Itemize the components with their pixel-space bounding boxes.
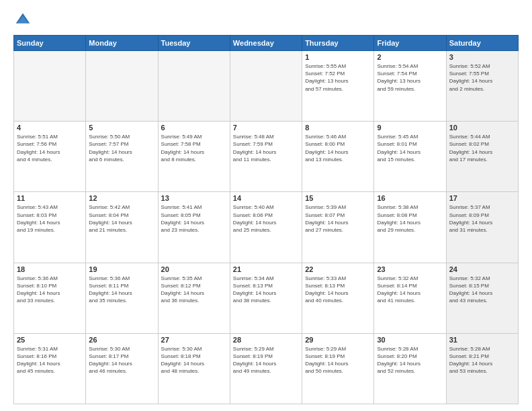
calendar-cell: 25Sunrise: 5:31 AM Sunset: 8:16 PM Dayli… bbox=[14, 333, 86, 404]
cell-info: Sunrise: 5:48 AM Sunset: 7:59 PM Dayligh… bbox=[233, 133, 299, 163]
day-header-saturday: Saturday bbox=[446, 36, 518, 51]
cell-info: Sunrise: 5:30 AM Sunset: 8:18 PM Dayligh… bbox=[161, 345, 227, 375]
day-number: 13 bbox=[161, 194, 227, 202]
calendar-cell: 1Sunrise: 5:55 AM Sunset: 7:52 PM Daylig… bbox=[302, 51, 374, 122]
calendar-cell: 24Sunrise: 5:32 AM Sunset: 8:15 PM Dayli… bbox=[446, 263, 518, 333]
day-number: 28 bbox=[233, 336, 299, 344]
calendar-cell: 6Sunrise: 5:49 AM Sunset: 7:58 PM Daylig… bbox=[158, 122, 230, 192]
week-row-5: 25Sunrise: 5:31 AM Sunset: 8:16 PM Dayli… bbox=[14, 333, 519, 404]
day-number: 19 bbox=[89, 265, 154, 273]
day-number: 11 bbox=[17, 194, 83, 202]
cell-info: Sunrise: 5:38 AM Sunset: 8:08 PM Dayligh… bbox=[377, 203, 443, 234]
page: SundayMondayTuesdayWednesdayThursdayFrid… bbox=[0, 0, 532, 411]
calendar-cell bbox=[86, 51, 158, 122]
day-header-monday: Monday bbox=[86, 36, 158, 51]
day-number: 9 bbox=[377, 124, 443, 132]
week-row-4: 18Sunrise: 5:36 AM Sunset: 8:10 PM Dayli… bbox=[14, 263, 519, 333]
day-number: 15 bbox=[305, 194, 371, 202]
calendar-cell: 17Sunrise: 5:37 AM Sunset: 8:09 PM Dayli… bbox=[446, 192, 518, 263]
cell-info: Sunrise: 5:29 AM Sunset: 8:19 PM Dayligh… bbox=[233, 345, 299, 375]
calendar-cell: 31Sunrise: 5:28 AM Sunset: 8:21 PM Dayli… bbox=[446, 333, 518, 404]
day-number: 10 bbox=[449, 124, 515, 132]
day-number: 26 bbox=[89, 336, 154, 344]
calendar-cell: 16Sunrise: 5:38 AM Sunset: 8:08 PM Dayli… bbox=[374, 192, 446, 263]
calendar-cell: 8Sunrise: 5:46 AM Sunset: 8:00 PM Daylig… bbox=[302, 122, 374, 192]
logo bbox=[13, 11, 35, 30]
calendar-cell: 20Sunrise: 5:35 AM Sunset: 8:12 PM Dayli… bbox=[158, 263, 230, 333]
cell-info: Sunrise: 5:36 AM Sunset: 8:11 PM Dayligh… bbox=[89, 275, 154, 305]
cell-info: Sunrise: 5:45 AM Sunset: 8:01 PM Dayligh… bbox=[377, 133, 443, 163]
cell-info: Sunrise: 5:41 AM Sunset: 8:05 PM Dayligh… bbox=[161, 203, 227, 234]
header bbox=[13, 11, 519, 30]
day-number: 3 bbox=[449, 53, 515, 61]
calendar-cell: 5Sunrise: 5:50 AM Sunset: 7:57 PM Daylig… bbox=[86, 122, 158, 192]
week-row-2: 4Sunrise: 5:51 AM Sunset: 7:56 PM Daylig… bbox=[14, 122, 519, 192]
calendar-body: 1Sunrise: 5:55 AM Sunset: 7:52 PM Daylig… bbox=[14, 51, 519, 404]
day-number: 31 bbox=[449, 336, 515, 344]
calendar-cell: 27Sunrise: 5:30 AM Sunset: 8:18 PM Dayli… bbox=[158, 333, 230, 404]
calendar-cell: 9Sunrise: 5:45 AM Sunset: 8:01 PM Daylig… bbox=[374, 122, 446, 192]
calendar-cell: 19Sunrise: 5:36 AM Sunset: 8:11 PM Dayli… bbox=[86, 263, 158, 333]
cell-info: Sunrise: 5:49 AM Sunset: 7:58 PM Dayligh… bbox=[161, 133, 227, 163]
day-number: 6 bbox=[161, 124, 227, 132]
day-number: 18 bbox=[17, 265, 83, 273]
calendar-cell: 10Sunrise: 5:44 AM Sunset: 8:02 PM Dayli… bbox=[446, 122, 518, 192]
cell-info: Sunrise: 5:37 AM Sunset: 8:09 PM Dayligh… bbox=[449, 203, 515, 234]
calendar-cell: 30Sunrise: 5:28 AM Sunset: 8:20 PM Dayli… bbox=[374, 333, 446, 404]
day-header-friday: Friday bbox=[374, 36, 446, 51]
cell-info: Sunrise: 5:46 AM Sunset: 8:00 PM Dayligh… bbox=[305, 133, 371, 163]
cell-info: Sunrise: 5:52 AM Sunset: 7:55 PM Dayligh… bbox=[449, 62, 515, 93]
cell-info: Sunrise: 5:32 AM Sunset: 8:14 PM Dayligh… bbox=[377, 275, 443, 305]
calendar-cell bbox=[230, 51, 302, 122]
day-number: 22 bbox=[305, 265, 371, 273]
calendar-cell: 3Sunrise: 5:52 AM Sunset: 7:55 PM Daylig… bbox=[446, 51, 518, 122]
cell-info: Sunrise: 5:54 AM Sunset: 7:54 PM Dayligh… bbox=[377, 62, 443, 93]
day-number: 8 bbox=[305, 124, 371, 132]
day-number: 1 bbox=[305, 53, 371, 61]
cell-info: Sunrise: 5:50 AM Sunset: 7:57 PM Dayligh… bbox=[89, 133, 154, 163]
calendar-header: SundayMondayTuesdayWednesdayThursdayFrid… bbox=[14, 36, 519, 51]
calendar-cell: 13Sunrise: 5:41 AM Sunset: 8:05 PM Dayli… bbox=[158, 192, 230, 263]
week-row-1: 1Sunrise: 5:55 AM Sunset: 7:52 PM Daylig… bbox=[14, 51, 519, 122]
day-number: 27 bbox=[161, 336, 227, 344]
cell-info: Sunrise: 5:51 AM Sunset: 7:56 PM Dayligh… bbox=[17, 133, 83, 163]
calendar-cell: 26Sunrise: 5:30 AM Sunset: 8:17 PM Dayli… bbox=[86, 333, 158, 404]
day-number: 17 bbox=[449, 194, 515, 202]
day-header-row: SundayMondayTuesdayWednesdayThursdayFrid… bbox=[14, 36, 519, 51]
calendar-cell: 22Sunrise: 5:33 AM Sunset: 8:13 PM Dayli… bbox=[302, 263, 374, 333]
week-row-3: 11Sunrise: 5:43 AM Sunset: 8:03 PM Dayli… bbox=[14, 192, 519, 263]
calendar-cell: 18Sunrise: 5:36 AM Sunset: 8:10 PM Dayli… bbox=[14, 263, 86, 333]
cell-info: Sunrise: 5:32 AM Sunset: 8:15 PM Dayligh… bbox=[449, 275, 515, 305]
calendar-cell: 14Sunrise: 5:40 AM Sunset: 8:06 PM Dayli… bbox=[230, 192, 302, 263]
day-number: 12 bbox=[89, 194, 154, 202]
day-header-tuesday: Tuesday bbox=[158, 36, 230, 51]
day-number: 16 bbox=[377, 194, 443, 202]
day-number: 4 bbox=[17, 124, 83, 132]
logo-icon bbox=[13, 11, 32, 30]
day-number: 29 bbox=[305, 336, 371, 344]
cell-info: Sunrise: 5:42 AM Sunset: 8:04 PM Dayligh… bbox=[89, 203, 154, 234]
day-number: 7 bbox=[233, 124, 299, 132]
calendar-cell bbox=[158, 51, 230, 122]
cell-info: Sunrise: 5:28 AM Sunset: 8:21 PM Dayligh… bbox=[449, 345, 515, 375]
cell-info: Sunrise: 5:35 AM Sunset: 8:12 PM Dayligh… bbox=[161, 275, 227, 305]
cell-info: Sunrise: 5:30 AM Sunset: 8:17 PM Dayligh… bbox=[89, 345, 154, 375]
day-number: 2 bbox=[377, 53, 443, 61]
day-number: 30 bbox=[377, 336, 443, 344]
calendar-cell: 2Sunrise: 5:54 AM Sunset: 7:54 PM Daylig… bbox=[374, 51, 446, 122]
day-number: 25 bbox=[17, 336, 83, 344]
cell-info: Sunrise: 5:33 AM Sunset: 8:13 PM Dayligh… bbox=[305, 275, 371, 305]
cell-info: Sunrise: 5:28 AM Sunset: 8:20 PM Dayligh… bbox=[377, 345, 443, 375]
calendar-cell: 4Sunrise: 5:51 AM Sunset: 7:56 PM Daylig… bbox=[14, 122, 86, 192]
day-header-thursday: Thursday bbox=[302, 36, 374, 51]
cell-info: Sunrise: 5:36 AM Sunset: 8:10 PM Dayligh… bbox=[17, 275, 83, 305]
calendar-cell: 29Sunrise: 5:29 AM Sunset: 8:19 PM Dayli… bbox=[302, 333, 374, 404]
day-number: 14 bbox=[233, 194, 299, 202]
cell-info: Sunrise: 5:55 AM Sunset: 7:52 PM Dayligh… bbox=[305, 62, 371, 93]
day-number: 24 bbox=[449, 265, 515, 273]
calendar-cell: 7Sunrise: 5:48 AM Sunset: 7:59 PM Daylig… bbox=[230, 122, 302, 192]
calendar-cell: 23Sunrise: 5:32 AM Sunset: 8:14 PM Dayli… bbox=[374, 263, 446, 333]
cell-info: Sunrise: 5:39 AM Sunset: 8:07 PM Dayligh… bbox=[305, 203, 371, 234]
calendar-cell: 15Sunrise: 5:39 AM Sunset: 8:07 PM Dayli… bbox=[302, 192, 374, 263]
day-number: 23 bbox=[377, 265, 443, 273]
